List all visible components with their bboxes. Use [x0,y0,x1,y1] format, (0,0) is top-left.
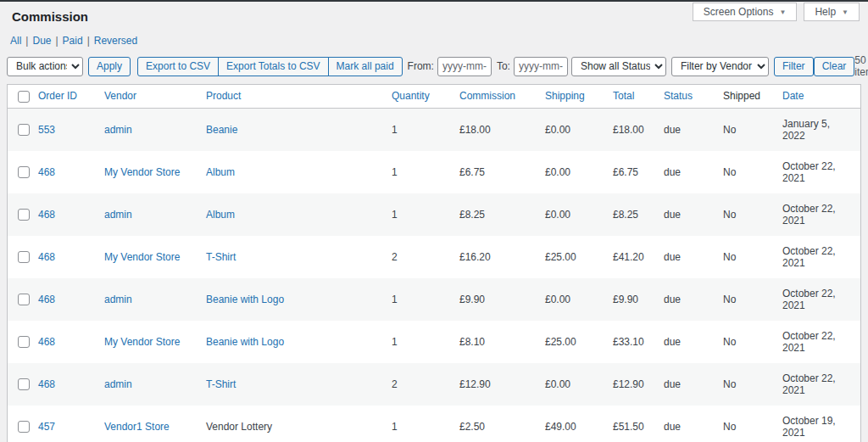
row-checkbox[interactable] [18,166,30,178]
screen-options-button[interactable]: Screen Options ▼ [693,3,798,21]
product-link[interactable]: T-Shirt [206,378,236,390]
date-value: October 22, 2021 [782,330,836,354]
view-paid-link[interactable]: Paid [63,35,83,47]
row-checkbox[interactable] [18,336,30,348]
vendor-link[interactable]: admin [104,124,132,136]
date-value: October 22, 2021 [782,288,836,311]
order-id-link[interactable]: 468 [38,166,55,178]
total-value: £12.90 [613,378,644,390]
column-shipping[interactable]: Shipping [545,90,585,102]
quantity-value: 2 [392,251,398,263]
status-badge: due [664,294,681,305]
status-badge: due [664,336,681,348]
row-checkbox[interactable] [18,294,30,305]
row-checkbox[interactable] [18,124,30,136]
shipped-value: No [723,209,736,221]
vendor-link[interactable]: admin [104,209,132,221]
column-total[interactable]: Total [613,90,634,102]
apply-button[interactable]: Apply [88,57,131,76]
column-commission[interactable]: Commission [459,90,515,102]
vendor-filter-select[interactable]: Filter by Vendor [671,57,769,76]
table-row: 468 admin Album 1 £8.25 £0.00 £8.25 due … [8,193,861,236]
vendor-link[interactable]: My Vendor Store [104,251,180,263]
shipping-value: £49.00 [545,421,576,433]
help-label: Help [815,6,836,18]
view-all-link[interactable]: All [10,35,21,47]
order-id-link[interactable]: 468 [38,209,55,221]
product-link[interactable]: Beanie [206,124,237,136]
date-value: October 22, 2021 [782,160,836,184]
vendor-link[interactable]: Vendor1 Store [104,421,170,433]
column-vendor[interactable]: Vendor [104,90,136,102]
select-all-checkbox[interactable] [18,91,30,103]
table-row: 457 Vendor1 Store Vendor Lottery 1 £2.50… [8,406,861,442]
column-date[interactable]: Date [782,90,804,102]
order-id-link[interactable]: 457 [38,421,55,433]
status-filter-select[interactable]: Show all Statuses [571,57,666,76]
status-badge: due [664,378,681,390]
order-id-link[interactable]: 553 [38,124,55,136]
view-reversed-link[interactable]: Reversed [94,35,137,47]
from-label: From: [408,60,434,72]
items-count: 50 items [854,54,868,78]
order-id-link[interactable]: 468 [38,251,55,263]
commission-value: £2.50 [459,421,485,433]
product-link[interactable]: Album [206,209,235,221]
date-value: October 22, 2021 [782,372,836,396]
filter-button[interactable]: Filter [774,57,814,76]
quantity-value: 1 [392,124,398,136]
commission-value: £16.20 [459,251,491,263]
export-button-group: Export to CSV Export Totals to CSV Mark … [137,57,403,76]
column-quantity[interactable]: Quantity [392,90,430,102]
table-header: Order ID Vendor Product Quantity Commiss… [8,85,861,109]
row-checkbox[interactable] [18,378,30,390]
shipped-value: No [723,421,736,433]
vendor-link[interactable]: admin [104,294,132,305]
table-row: 468 My Vendor Store Album 1 £6.75 £0.00 … [8,151,861,193]
row-checkbox[interactable] [18,421,30,433]
export-totals-csv-button[interactable]: Export Totals to CSV [218,57,329,76]
column-product[interactable]: Product [206,90,241,102]
row-checkbox[interactable] [18,251,30,263]
total-value: £41.20 [613,251,644,263]
column-order-id[interactable]: Order ID [38,90,77,102]
status-badge: due [664,209,681,221]
total-value: £18.00 [613,124,644,136]
chevron-down-icon: ▼ [842,8,849,16]
row-checkbox[interactable] [18,209,30,221]
column-status[interactable]: Status [664,90,693,102]
product-link[interactable]: Beanie with Logo [206,294,284,305]
product-link[interactable]: T-Shirt [206,251,236,263]
quantity-value: 2 [392,378,398,390]
commission-table-body: 553 admin Beanie 1 £18.00 £0.00 £18.00 d… [8,108,861,442]
table-row: 468 admin T-Shirt 2 £12.90 £0.00 £12.90 … [8,363,861,406]
bulk-actions-select[interactable]: Bulk actions [7,57,83,76]
shipped-value: No [723,294,736,305]
quantity-value: 1 [392,209,398,221]
column-shipped: Shipped [723,90,760,102]
order-id-link[interactable]: 468 [38,378,55,390]
to-date-input[interactable] [514,57,568,76]
view-separator: | [25,35,28,47]
vendor-link[interactable]: My Vendor Store [104,336,180,348]
shipping-value: £0.00 [545,378,570,390]
total-value: £33.10 [613,336,644,348]
product-link[interactable]: Beanie with Logo [206,336,284,348]
export-csv-button[interactable]: Export to CSV [137,57,219,76]
from-date-input[interactable] [437,57,492,76]
date-value: October 22, 2021 [782,245,836,269]
commission-value: £8.25 [459,209,485,221]
help-button[interactable]: Help ▼ [804,3,860,21]
shipping-value: £0.00 [545,124,570,136]
order-id-link[interactable]: 468 [38,336,55,348]
shipped-value: No [723,251,736,263]
clear-button[interactable]: Clear [814,57,855,76]
vendor-link[interactable]: admin [104,378,132,390]
view-due-link[interactable]: Due [32,35,51,47]
vendor-link[interactable]: My Vendor Store [104,166,180,178]
shipping-value: £0.00 [545,166,570,178]
product-link[interactable]: Album [206,166,235,178]
order-id-link[interactable]: 468 [38,294,55,305]
mark-all-paid-button[interactable]: Mark all paid [328,57,403,76]
shipping-value: £25.00 [545,251,576,263]
